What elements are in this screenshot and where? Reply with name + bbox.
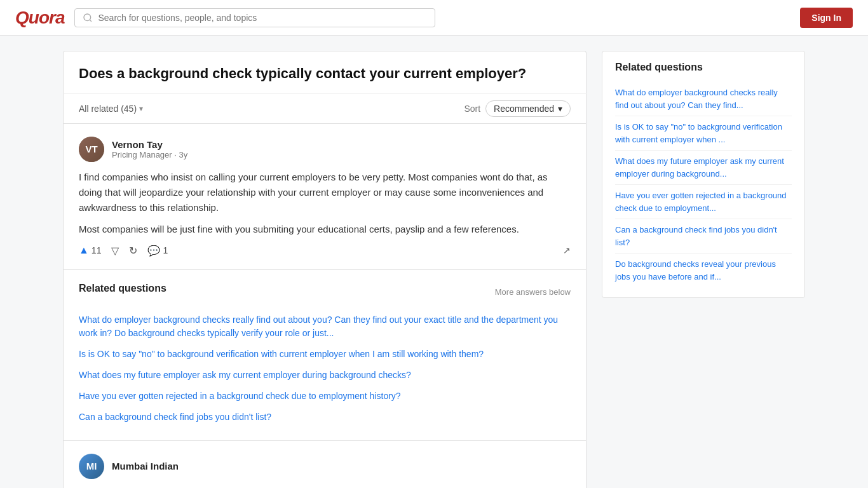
reshare-button[interactable]: ↻ [129,245,137,257]
sidebar-links-list: What do employer background checks reall… [615,82,792,287]
answerer2-info: Mumbai Indian [112,461,179,471]
answerer-info: Vernon Tay Pricing Manager · 3y [112,139,187,159]
sidebar-related-link[interactable]: Can a background check find jobs you did… [615,219,792,254]
all-related-toggle[interactable]: All related (45) ▾ [79,104,143,114]
quora-logo: Quora [15,8,64,28]
sort-area: Sort Recommended ▾ [464,100,571,117]
downvote-icon: ▽ [111,245,119,257]
sidebar-title: Related questions [615,62,792,73]
chevron-down-icon: ▾ [139,104,143,113]
sidebar-related-link[interactable]: Have you ever gotten rejected in a backg… [615,185,792,219]
sort-bar: All related (45) ▾ Sort Recommended ▾ [63,93,587,123]
share-button[interactable]: ↗ [563,245,571,255]
comment-icon: 💬 [147,245,160,257]
answer-card: VT Vernon Tay Pricing Manager · 3y I fin… [63,123,587,270]
upvote-button[interactable]: ▲ 11 [79,245,101,256]
downvote-button[interactable]: ▽ [111,245,119,257]
answer-preview-card: MI Mumbai Indian [63,441,587,488]
question-card: Does a background check typically contac… [63,51,587,93]
avatar: VT [79,137,104,162]
related-inline-link[interactable]: Have you ever gotten rejected in a backg… [79,386,571,407]
search-input[interactable] [98,13,427,23]
share-icon: ↗ [563,245,571,255]
related-inline-link[interactable]: Can a background check find jobs you did… [79,407,571,428]
related-inline-title: Related questions [79,283,166,294]
sort-option-label: Recommended [494,104,554,114]
sort-dropdown[interactable]: Recommended ▾ [485,100,571,117]
question-title: Does a background check typically contac… [79,64,571,83]
svg-point-0 [84,14,91,21]
upvote-count: 11 [92,245,102,255]
reshare-icon: ↻ [129,245,137,257]
comment-button[interactable]: 💬 1 [147,245,168,257]
related-links-list: What do employer background checks reall… [79,309,571,428]
comment-count: 1 [163,245,168,255]
avatar2: MI [79,454,104,479]
sidebar-related-link[interactable]: Do background checks reveal your previou… [615,254,792,287]
svg-line-1 [90,20,92,22]
answer-paragraph-2: Most companies will be just fine with yo… [79,222,571,237]
search-bar[interactable] [74,8,435,27]
avatar-image: VT [79,137,104,162]
all-related-label: All related (45) [79,104,137,114]
more-answers-label: More answers below [495,287,571,297]
sign-in-button[interactable]: Sign In [800,8,853,28]
search-icon [83,13,93,23]
related-inline-link[interactable]: What does my future employer ask my curr… [79,365,571,386]
chevron-down-icon: ▾ [558,104,562,114]
related-inline-link[interactable]: Is is OK to say "no" to background verif… [79,344,571,365]
answerer2-row: MI Mumbai Indian [79,454,571,479]
answerer-name: Vernon Tay [112,139,187,150]
sidebar-related-link[interactable]: What do employer background checks reall… [615,82,792,116]
answer-actions: ▲ 11 ▽ ↻ 💬 1 ↗ [79,245,571,257]
main-content: Does a background check typically contac… [63,51,587,488]
upvote-icon: ▲ [79,245,89,256]
sort-label: Sort [464,104,480,114]
answer-paragraph-1: I find companies who insist on calling y… [79,170,571,215]
sidebar-card: Related questions What do employer backg… [602,51,805,298]
answerer-row: VT Vernon Tay Pricing Manager · 3y [79,137,571,162]
related-inline-card: Related questions More answers below Wha… [63,270,587,441]
sidebar: Related questions What do employer backg… [602,51,805,298]
header: Quora Sign In [0,0,868,36]
related-inline-link[interactable]: What do employer background checks reall… [79,309,571,344]
sidebar-related-link[interactable]: Is is OK to say "no" to background verif… [615,116,792,151]
page-container: Does a background check typically contac… [53,36,815,488]
sidebar-related-link[interactable]: What does my future employer ask my curr… [615,151,792,185]
answerer-meta: Pricing Manager · 3y [112,150,187,159]
answerer2-name: Mumbai Indian [112,461,179,471]
